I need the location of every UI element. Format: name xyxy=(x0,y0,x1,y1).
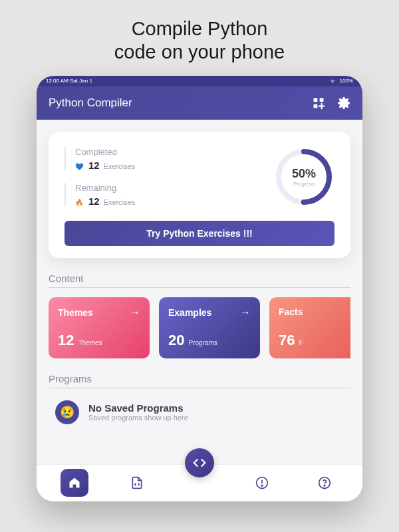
card-count: 12 xyxy=(58,332,74,349)
try-exercises-button[interactable]: Try Python Exercises !!! xyxy=(65,221,334,246)
stats-left: Completed 💙 12 Exercises Remaining 🔥 12 … xyxy=(65,147,135,207)
svg-point-0 xyxy=(332,82,332,83)
progress-percent: 50% xyxy=(292,167,316,181)
header-actions xyxy=(312,96,350,110)
app-body: Completed 💙 12 Exercises Remaining 🔥 12 … xyxy=(37,120,362,464)
card-count: 76 xyxy=(279,332,295,349)
card-title: Facts xyxy=(279,307,303,317)
heart-blue-icon: 💙 xyxy=(75,163,83,170)
statusbar-battery: 100% xyxy=(340,78,353,84)
content-cards-row[interactable]: Themes → 12 Themes Examples → 20 xyxy=(49,297,350,358)
svg-point-8 xyxy=(261,485,263,486)
file-code-icon xyxy=(130,476,144,489)
completed-label: Completed xyxy=(75,147,135,157)
fire-icon: 🔥 xyxy=(75,199,83,206)
card-unit: Programs xyxy=(188,339,217,346)
svg-point-10 xyxy=(324,485,325,486)
empty-title: No Saved Programs xyxy=(88,402,188,414)
app-header: Python Compiler xyxy=(37,86,362,120)
progress-label: Progress xyxy=(293,181,315,187)
svg-rect-2 xyxy=(320,98,324,102)
device-frame: 12:00 AM Sat Jan 1 100% Python Compiler … xyxy=(37,76,362,501)
card-unit: F xyxy=(299,339,303,346)
nav-home[interactable] xyxy=(61,469,88,497)
alert-circle-icon xyxy=(255,476,269,489)
statusbar-right: 100% xyxy=(329,77,353,85)
nav-help[interactable] xyxy=(311,469,338,497)
programs-section-title: Programs xyxy=(49,373,350,388)
completed-count: 12 xyxy=(88,160,100,171)
remaining-label: Remaining xyxy=(75,183,135,193)
grid-add-icon[interactable] xyxy=(312,96,325,110)
statusbar-time: 12:00 AM Sat Jan 1 xyxy=(46,78,92,84)
remaining-unit: Exercises xyxy=(104,198,136,206)
nav-file[interactable] xyxy=(123,469,151,497)
stats-card: Completed 💙 12 Exercises Remaining 🔥 12 … xyxy=(49,132,350,258)
svg-rect-1 xyxy=(314,98,318,102)
card-title: Examples xyxy=(168,307,211,318)
promo-headline: Compile Python code on your phone xyxy=(114,17,285,64)
content-section-title: Content xyxy=(49,273,350,288)
code-icon xyxy=(193,456,206,469)
completed-block: Completed 💙 12 Exercises xyxy=(65,147,135,171)
programs-empty-state: 😢 No Saved Programs Saved programs show … xyxy=(49,398,350,427)
arrow-right-icon: → xyxy=(130,307,140,319)
promo-line2: code on your phone xyxy=(114,41,285,64)
sad-face-icon: 😢 xyxy=(55,400,79,424)
svg-rect-3 xyxy=(314,104,318,108)
code-fab-button[interactable] xyxy=(185,448,214,477)
programs-section: Programs 😢 No Saved Programs Saved progr… xyxy=(49,373,350,427)
home-icon xyxy=(68,476,81,489)
nav-alert[interactable] xyxy=(248,469,276,497)
completed-unit: Exercises xyxy=(104,162,136,170)
status-bar: 12:00 AM Sat Jan 1 100% xyxy=(37,76,362,86)
remaining-block: Remaining 🔥 12 Exercises xyxy=(65,183,135,207)
remaining-count: 12 xyxy=(88,196,100,207)
arrow-right-icon: → xyxy=(240,307,251,319)
content-section: Content Themes → 12 Themes Examples → xyxy=(49,273,350,358)
help-circle-icon xyxy=(318,476,331,489)
progress-ring: 50% Progress xyxy=(273,146,334,207)
content-card-examples[interactable]: Examples → 20 Programs xyxy=(159,297,260,358)
card-count: 20 xyxy=(168,332,184,349)
content-card-themes[interactable]: Themes → 12 Themes xyxy=(49,297,150,358)
empty-subtitle: Saved programs show up here xyxy=(88,414,188,422)
wifi-icon xyxy=(329,77,336,85)
card-title: Themes xyxy=(58,307,93,318)
promo-line1: Compile Python xyxy=(114,17,285,41)
gear-icon[interactable] xyxy=(337,96,350,110)
content-card-facts[interactable]: Facts 76 F xyxy=(269,297,350,358)
card-unit: Themes xyxy=(78,339,102,346)
app-title: Python Compiler xyxy=(49,96,132,110)
